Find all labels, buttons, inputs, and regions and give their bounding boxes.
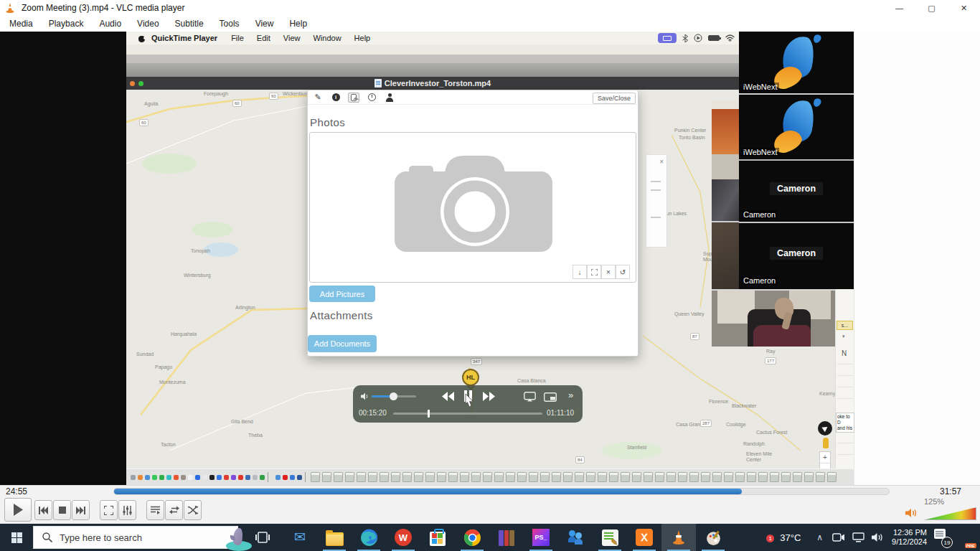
- vlc-app-icon: [4, 2, 16, 14]
- participant-display-name: Cameron: [770, 182, 823, 195]
- dock-app-icon: [209, 475, 215, 480]
- menu-item[interactable]: Audio: [91, 17, 129, 31]
- highway-shield: 347: [471, 358, 482, 365]
- map-place-label: Gila Bend: [231, 419, 253, 425]
- dock-app-icon: [195, 475, 200, 480]
- dock-window-thumbnail: [322, 472, 331, 482]
- taskbar-file-explorer[interactable]: [317, 524, 352, 551]
- menu-item[interactable]: Tools: [212, 17, 248, 31]
- extended-settings-button[interactable]: [118, 500, 136, 520]
- fullscreen-button[interactable]: [100, 500, 118, 520]
- photos-tab-icon: [348, 93, 359, 103]
- search-input[interactable]: [58, 532, 180, 544]
- menu-item[interactable]: Video: [129, 17, 166, 31]
- save-close-button: Save/Close: [593, 93, 636, 104]
- highway-shield: 287: [700, 420, 712, 427]
- play-button[interactable]: [4, 498, 32, 522]
- close-button[interactable]: ✕: [948, 0, 980, 16]
- map-place-label: Tacton: [161, 442, 176, 448]
- taskbar-search[interactable]: [33, 526, 238, 549]
- taskbar-wps[interactable]: W: [386, 524, 420, 551]
- dock-app-icon: [297, 475, 302, 480]
- list-snippet: s...: [837, 321, 853, 330]
- notification-center[interactable]: 19: [931, 527, 953, 548]
- mouse-cursor: [465, 394, 474, 408]
- weather-temp: 37°C: [780, 532, 801, 543]
- mac-menu-item: View: [283, 34, 301, 42]
- menu-item[interactable]: Help: [281, 17, 315, 31]
- map-place-label: Arlington: [235, 305, 255, 311]
- taskbar-phpstorm[interactable]: PS_: [524, 524, 558, 551]
- stop-button[interactable]: [53, 500, 71, 520]
- next-button[interactable]: [72, 500, 90, 520]
- taskbar-xampp[interactable]: ꓫ: [627, 524, 661, 551]
- copilot-button[interactable]: PRE: [956, 528, 974, 547]
- wifi-icon: [725, 34, 735, 42]
- meet-now-icon[interactable]: [832, 532, 845, 542]
- webcam-video-tile: [712, 289, 835, 347]
- map-place-label: Ray: [766, 349, 775, 354]
- vlc-menubar: MediaPlaybackAudioVideoSubtitleToolsView…: [0, 16, 980, 32]
- dock-window-thumbnail: [724, 472, 733, 482]
- dock-window-thumbnail: [689, 472, 699, 482]
- taskbar-messenger[interactable]: [558, 524, 593, 551]
- minimize-button[interactable]: —: [883, 0, 915, 16]
- menu-item[interactable]: Media: [1, 17, 41, 31]
- task-view-button[interactable]: [245, 524, 280, 551]
- taskbar-notepadpp[interactable]: ✎: [593, 524, 627, 551]
- mac-menubar: QuickTime Player FileEditViewWindowHelp: [126, 32, 739, 44]
- dock-window-thumbnail: [402, 472, 412, 482]
- map-place-label: Stanfield: [627, 445, 646, 451]
- dock-window-thumbnail: [609, 472, 618, 482]
- mac-menu-item: Help: [354, 34, 371, 42]
- dock-window-thumbnail: [540, 472, 550, 482]
- traffic-light-green: [138, 81, 143, 86]
- dock-app-icon: [231, 475, 236, 480]
- blurred-tabbar-band: [126, 63, 739, 77]
- taskbar-chrome[interactable]: [455, 524, 489, 551]
- dock-window-thumbnail: [758, 472, 768, 482]
- dock-app-icon: [152, 475, 157, 480]
- taskbar-vlc[interactable]: [661, 524, 696, 551]
- dock-window-thumbnail: [598, 472, 607, 482]
- participant-strip-fragment: [712, 100, 740, 289]
- menu-item[interactable]: View: [248, 17, 282, 31]
- photos-dialog: ✎ i Save/Close Photos ↓ × ↺ Add Pictur: [307, 90, 639, 357]
- menu-item[interactable]: Playback: [41, 17, 92, 31]
- menu-item[interactable]: Subtitle: [167, 17, 212, 31]
- mac-menu-item: Edit: [257, 34, 270, 42]
- dock-window-thumbnail: [391, 472, 400, 482]
- taskbar-paint[interactable]: [696, 524, 730, 551]
- dock-window-thumbnail: [380, 472, 389, 482]
- taskbar-edge[interactable]: [352, 524, 386, 551]
- taskbar-mail[interactable]: ✉: [283, 524, 317, 551]
- side-list-fragment: s... ▾ N oke to D and his: [835, 289, 854, 468]
- map-place-label: Kearny: [819, 391, 835, 397]
- xampp-icon: ꓫ: [636, 529, 653, 546]
- vlc-seekbar[interactable]: [113, 488, 890, 495]
- highway-shield: 84: [575, 456, 585, 463]
- apple-icon: [138, 34, 146, 42]
- download-icon: ↓: [573, 265, 587, 279]
- dock-window-thumbnail: [747, 472, 756, 482]
- dock-app-icon: [159, 475, 164, 480]
- previous-button[interactable]: [34, 500, 52, 520]
- maximize-button[interactable]: ▢: [915, 0, 948, 16]
- map-marker-hl: HL: [462, 369, 479, 386]
- loop-button[interactable]: [165, 500, 183, 520]
- shuffle-button[interactable]: [184, 500, 202, 520]
- start-button[interactable]: [0, 524, 33, 551]
- tray-clock[interactable]: 12:36 PM 9/12/2024: [887, 528, 931, 547]
- vlc-seekbar-progress: [114, 489, 742, 494]
- volume-percent: 125%: [924, 497, 944, 506]
- mac-menu-item: Window: [313, 34, 341, 42]
- volume-icon[interactable]: [905, 508, 918, 518]
- dock-window-thumbnail: [666, 472, 676, 482]
- speaker-icon[interactable]: [872, 532, 884, 542]
- clock-time: 12:36 PM: [892, 528, 927, 537]
- playlist-button[interactable]: [146, 500, 164, 520]
- taskbar-store[interactable]: [420, 524, 455, 551]
- tray-expand-chevron[interactable]: ∧: [811, 532, 829, 542]
- taskbar-winrar[interactable]: [489, 524, 524, 551]
- network-icon[interactable]: [852, 532, 864, 542]
